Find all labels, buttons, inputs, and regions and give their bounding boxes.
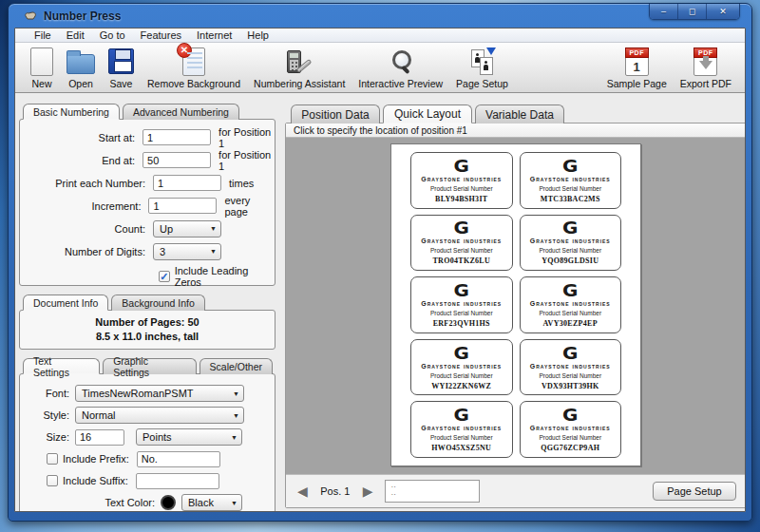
increment-label: Increment: bbox=[20, 200, 148, 212]
layout-tabs: Position Data Quick Layout Variable Data bbox=[285, 104, 746, 124]
new-button[interactable]: New bbox=[30, 46, 53, 89]
page-size-text: 8.5 x 11.0 inches, tall bbox=[96, 330, 199, 344]
minimize-button[interactable]: – bbox=[650, 4, 678, 19]
menu-bar: File Edit Go to Features Internet Help bbox=[15, 28, 745, 43]
tab-basic-numbering[interactable]: Basic Numbering bbox=[23, 104, 120, 120]
interactive-preview-icon bbox=[389, 48, 413, 75]
position-stepper: ◀ Pos. 1 ▶ bbox=[294, 480, 377, 503]
menu-help[interactable]: Help bbox=[239, 28, 276, 42]
text-settings-tabs: Text Settings Graphic Settings Scale/Oth… bbox=[19, 358, 276, 374]
style-dropdown[interactable]: Normal ▼ bbox=[75, 407, 244, 424]
left-settings-column: Basic Numbering Advanced Numbering Start… bbox=[19, 104, 276, 512]
export-pdf-button[interactable]: PDF Export PDF bbox=[680, 46, 732, 89]
page-setup-button[interactable]: Page Setup bbox=[653, 482, 736, 501]
text-color-swatch[interactable] bbox=[161, 495, 176, 510]
graystone-logo-icon: G bbox=[562, 220, 578, 237]
include-suffix-checkbox[interactable] bbox=[47, 475, 58, 486]
end-at-input[interactable] bbox=[142, 152, 211, 168]
numbering-assistant-button[interactable]: Numbering Assistant bbox=[254, 46, 345, 89]
menu-edit[interactable]: Edit bbox=[59, 28, 92, 42]
layout-panel: Position Data Quick Layout Variable Data… bbox=[285, 104, 746, 508]
end-at-suffix: for Position 1 bbox=[211, 149, 275, 172]
dropdown-arrow-icon: ▼ bbox=[210, 248, 217, 255]
open-button[interactable]: Open bbox=[66, 46, 95, 89]
label-serial-value: HWO45XSZ5NU bbox=[431, 444, 491, 452]
label-serial-value: AVY30EZP4EP bbox=[543, 319, 598, 328]
maximize-button[interactable]: ◻ bbox=[678, 4, 707, 19]
tab-text-settings[interactable]: Text Settings bbox=[23, 358, 100, 374]
tab-advanced-numbering[interactable]: Advanced Numbering bbox=[123, 104, 239, 120]
increment-input[interactable] bbox=[148, 198, 217, 214]
menu-goto[interactable]: Go to bbox=[92, 28, 133, 42]
label-brand: Graystone Industries bbox=[421, 425, 502, 431]
position-nav-bar: ◀ Pos. 1 ▶ ·· ·· Page Setup bbox=[286, 474, 746, 507]
label-serial-caption: Product Serial Number bbox=[539, 372, 601, 379]
leading-zeros-checkbox[interactable]: ✓ bbox=[159, 271, 170, 282]
blue-arrow-icon bbox=[486, 48, 496, 55]
label-card: G Graystone Industries Product Serial Nu… bbox=[520, 152, 622, 209]
label-card: G Graystone Industries Product Serial Nu… bbox=[520, 401, 622, 458]
label-serial-value: TRO04TKZ6LU bbox=[432, 256, 490, 265]
size-label: Size: bbox=[20, 431, 75, 443]
app-icon bbox=[24, 10, 37, 21]
dropdown-arrow-icon: ▼ bbox=[233, 412, 239, 419]
graystone-logo-icon: G bbox=[562, 408, 578, 424]
close-button[interactable]: ✕ bbox=[707, 4, 739, 19]
page-setup-toolbar-button[interactable]: Page Setup bbox=[456, 46, 508, 89]
label-serial-caption: Product Serial Number bbox=[430, 185, 493, 192]
start-at-label: Start at: bbox=[20, 132, 142, 143]
font-label: Font: bbox=[20, 388, 75, 399]
preview-sheet[interactable]: G Graystone Industries Product Serial Nu… bbox=[390, 143, 641, 466]
label-brand: Graystone Industries bbox=[421, 238, 502, 244]
text-color-dropdown[interactable]: Black ▼ bbox=[181, 494, 242, 511]
previous-position-arrow-icon[interactable]: ◀ bbox=[294, 484, 312, 498]
label-card: G Graystone Industries Product Serial Nu… bbox=[410, 215, 513, 272]
sample-page-button[interactable]: PDF 1 Sample Page bbox=[607, 46, 667, 89]
text-color-label: Text Color: bbox=[20, 497, 161, 508]
tab-scale-other[interactable]: Scale/Other bbox=[200, 358, 273, 374]
print-each-input[interactable] bbox=[153, 175, 221, 191]
font-dropdown[interactable]: TimesNewRomanPSMT ▼ bbox=[75, 385, 244, 402]
tab-graphic-settings[interactable]: Graphic Settings bbox=[103, 358, 196, 374]
tab-variable-data[interactable]: Variable Data bbox=[475, 104, 564, 124]
desktop-background: Number Press – ◻ ✕ File Edit Go to Featu… bbox=[0, 0, 760, 532]
size-unit-dropdown[interactable]: Points ▼ bbox=[136, 428, 242, 446]
tab-background-info[interactable]: Background Info bbox=[111, 294, 204, 311]
interactive-preview-button[interactable]: Interactive Preview bbox=[358, 46, 443, 89]
digits-dropdown[interactable]: 3 ▼ bbox=[153, 243, 221, 260]
end-at-label: End at: bbox=[20, 155, 142, 166]
label-serial-caption: Product Serial Number bbox=[539, 434, 601, 441]
remove-background-button[interactable]: ✕ Remove Background bbox=[147, 46, 240, 89]
title-bar[interactable]: Number Press – ◻ ✕ bbox=[9, 4, 751, 28]
save-button[interactable]: Save bbox=[108, 46, 134, 89]
label-serial-value: MTC33BAC2MS bbox=[541, 195, 600, 203]
graystone-logo-icon: G bbox=[562, 283, 578, 299]
count-label: Count: bbox=[20, 223, 153, 235]
size-input[interactable] bbox=[75, 429, 124, 446]
menu-internet[interactable]: Internet bbox=[189, 28, 239, 42]
position-hint-text: Click to specify the location of positio… bbox=[286, 124, 746, 138]
include-prefix-checkbox[interactable] bbox=[47, 453, 58, 465]
position-label: Pos. 1 bbox=[312, 485, 359, 497]
basic-numbering-panel: Start at: for Position 1 End at: for Pos… bbox=[19, 119, 276, 286]
tab-position-data[interactable]: Position Data bbox=[291, 104, 380, 124]
suffix-input[interactable] bbox=[136, 473, 219, 489]
label-serial-value: ERF23QVH1HS bbox=[433, 319, 490, 328]
start-at-input[interactable] bbox=[142, 129, 211, 145]
page-preview-area[interactable]: G Graystone Industries Product Serial Nu… bbox=[286, 138, 746, 474]
next-position-arrow-icon[interactable]: ▶ bbox=[359, 484, 377, 498]
tab-document-info[interactable]: Document Info bbox=[23, 294, 108, 311]
print-each-suffix: times bbox=[221, 178, 254, 189]
graystone-logo-icon: G bbox=[454, 408, 469, 424]
text-settings-panel: Font: TimesNewRomanPSMT ▼ Style: Normal … bbox=[19, 373, 276, 512]
label-serial-caption: Product Serial Number bbox=[430, 310, 493, 316]
position-value-field[interactable]: ·· ·· bbox=[385, 480, 480, 503]
tab-quick-layout[interactable]: Quick Layout bbox=[383, 104, 472, 124]
increment-suffix: every page bbox=[217, 195, 275, 218]
prefix-input[interactable] bbox=[137, 451, 220, 467]
menu-features[interactable]: Features bbox=[133, 28, 189, 42]
label-brand: Graystone Industries bbox=[530, 238, 611, 244]
count-dropdown[interactable]: Up ▼ bbox=[153, 220, 221, 238]
label-serial-value: YQO89GLDSIU bbox=[542, 256, 598, 265]
menu-file[interactable]: File bbox=[27, 28, 59, 42]
